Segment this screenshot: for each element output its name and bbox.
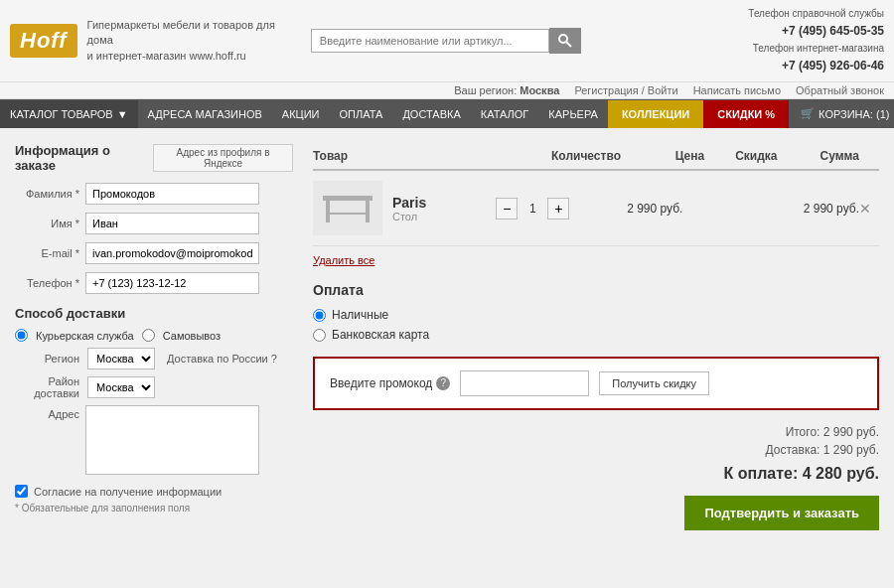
last-name-input[interactable] <box>85 183 259 205</box>
last-name-label: Фамилия * <box>15 188 79 200</box>
confirm-order-button[interactable]: Подтвердить и заказать <box>684 496 879 530</box>
item-subtitle: Стол <box>392 211 496 222</box>
order-form: Информация о заказе Адрес из профиля в Я… <box>15 143 293 530</box>
callback-link[interactable]: Обратный звонок <box>796 84 884 96</box>
nav-delivery[interactable]: ДОСТАВКА <box>392 100 470 128</box>
tagline: Гипермаркеты мебели и товаров для дома и… <box>87 18 301 64</box>
promo-label: Введите промокод ? <box>330 376 450 390</box>
payment-cash-radio[interactable] <box>313 309 326 322</box>
search-input[interactable] <box>311 29 549 53</box>
qty-value: 1 <box>522 202 542 216</box>
item-total: 2 990 руб. <box>766 202 859 216</box>
delivery-pickup-radio[interactable] <box>142 329 155 342</box>
nav-payment[interactable]: ОПЛАТА <box>330 100 393 128</box>
payment-cash-label: Наличные <box>332 308 388 322</box>
item-qty-control: − 1 + <box>496 198 599 220</box>
nav-stores[interactable]: АДРЕСА МАГАЗИНОВ <box>138 100 272 128</box>
write-letter-link[interactable]: Написать письмо <box>693 84 781 96</box>
delivery-label: Доставка: <box>766 443 820 457</box>
col-discount-header: Скидка <box>704 149 777 163</box>
nav-cart[interactable]: 🛒 КОРЗИНА: (1) <box>789 99 894 128</box>
item-delete-icon[interactable]: ✕ <box>859 201 871 217</box>
address-textarea[interactable] <box>85 405 259 475</box>
total-label: К оплате: <box>723 465 798 482</box>
yandex-profile-button[interactable]: Адрес из профиля в Яндексе <box>153 144 293 172</box>
item-name: Paris <box>392 195 496 211</box>
item-info: Paris Стол <box>392 195 496 222</box>
chevron-down-icon: ▼ <box>117 108 128 120</box>
promo-submit-button[interactable]: Получить скидку <box>599 371 709 395</box>
col-price-header: Цена <box>632 149 704 163</box>
delete-all-link[interactable]: Удалить все <box>313 254 374 266</box>
payment-title: Оплата <box>313 282 879 298</box>
svg-point-0 <box>559 35 567 43</box>
phone1: +7 (495) 645-05-35 <box>748 22 884 41</box>
region-label: Регион <box>15 353 79 365</box>
total-value: 4 280 руб. <box>803 465 879 482</box>
order-info-title: Информация о заказе Адрес из профиля в Я… <box>15 143 293 173</box>
col-qty-header: Количество <box>540 149 632 163</box>
email-input[interactable] <box>85 242 259 264</box>
svg-rect-2 <box>323 196 372 201</box>
qty-decrease-button[interactable]: − <box>496 198 518 220</box>
delivery-courier-label: Курьерская служба <box>36 330 134 342</box>
region-select[interactable]: Москва <box>87 348 155 369</box>
col-total-header: Сумма <box>778 149 860 163</box>
svg-line-1 <box>566 43 571 48</box>
consent-checkbox[interactable] <box>15 485 28 498</box>
auth-link[interactable]: Регистрация / Войти <box>574 84 677 96</box>
region-info: Ваш регион: Москва <box>454 84 559 96</box>
search-button[interactable] <box>549 28 581 54</box>
delivery-pickup-label: Самовывоз <box>163 330 221 342</box>
svg-rect-3 <box>326 201 330 222</box>
district-label: Район доставки <box>15 375 79 399</box>
logo[interactable]: Hoff <box>10 24 77 58</box>
qty-increase-button[interactable]: + <box>547 198 569 220</box>
nav-catalog2[interactable]: КАТАЛОГ <box>471 100 539 128</box>
subtotal-label: Итого: <box>786 425 820 439</box>
phone-label: Телефон * <box>15 277 79 289</box>
cart-item-row: Paris Стол − 1 + 2 990 руб. 2 990 руб. ✕ <box>313 171 879 246</box>
first-name-label: Имя * <box>15 218 79 229</box>
item-image <box>313 181 382 235</box>
svg-rect-4 <box>366 201 370 222</box>
address-label: Адрес <box>15 408 79 420</box>
payment-card-label: Банковская карта <box>332 328 429 342</box>
consent-label: Согласие на получение информации <box>34 486 222 498</box>
phone2: +7 (495) 926-06-46 <box>748 57 884 75</box>
nav-collections[interactable]: КОЛЛЕКЦИИ <box>608 100 703 128</box>
col-product-header: Товар <box>313 149 540 163</box>
item-price: 2 990 руб. <box>600 202 683 216</box>
item-delete-col: ✕ <box>859 201 879 217</box>
phone-input[interactable] <box>85 272 259 294</box>
delivery-courier-radio[interactable] <box>15 329 28 342</box>
promo-input[interactable] <box>460 370 589 396</box>
phone-info: Телефон справочной службы +7 (495) 645-0… <box>748 6 884 75</box>
delivery-value: 1 290 руб. <box>823 443 879 457</box>
nav-career[interactable]: КАРЬЕРА <box>538 100 608 128</box>
promo-help-icon[interactable]: ? <box>436 376 450 390</box>
email-label: E-mail * <box>15 247 79 259</box>
first-name-input[interactable] <box>85 213 259 234</box>
promo-box: Введите промокод ? Получить скидку <box>313 357 879 410</box>
nav-discounts[interactable]: СКИДКИ % <box>703 100 789 128</box>
order-summary: Итого: 2 990 руб. Доставка: 1 290 руб. К… <box>313 425 879 530</box>
nav-actions[interactable]: АКЦИИ <box>272 100 330 128</box>
delivery-title: Способ доставки <box>15 306 293 321</box>
subtotal-value: 2 990 руб. <box>823 425 879 439</box>
delivery-to-russia[interactable]: Доставка по России ? <box>167 353 277 365</box>
phone2-label: Телефон интернет-магазина <box>748 41 884 57</box>
order-section: Товар Количество Цена Скидка Сумма Paris… <box>313 143 879 530</box>
phone1-label: Телефон справочной службы <box>748 6 884 22</box>
payment-card-radio[interactable] <box>313 329 326 342</box>
payment-section: Оплата Наличные Банковская карта <box>313 282 879 342</box>
district-select[interactable]: Москва <box>87 376 155 398</box>
cart-icon: 🛒 <box>801 107 815 120</box>
nav-catalog[interactable]: КАТАЛОГ ТОВАРОВ ▼ <box>0 100 138 128</box>
required-note: * Обязательные для заполнения поля <box>15 503 293 514</box>
